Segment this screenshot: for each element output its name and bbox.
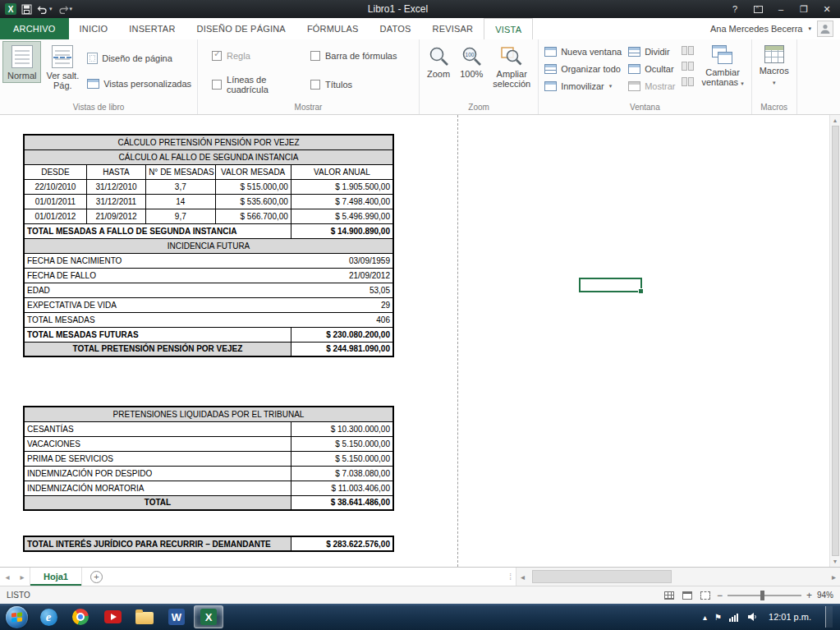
cell[interactable]: $ 38.641.486,00 bbox=[291, 495, 393, 510]
close-button[interactable]: ✕ bbox=[815, 0, 838, 18]
zoom-slider[interactable] bbox=[728, 595, 801, 596]
zoom-level[interactable]: 94% bbox=[817, 591, 833, 600]
clock[interactable]: 12:01 p.m. bbox=[765, 612, 815, 622]
gridlines-checkbox[interactable]: Líneas de cuadrícula bbox=[212, 75, 310, 94]
horizontal-scrollbar-thumb[interactable] bbox=[532, 570, 672, 583]
column-header[interactable]: DESDE bbox=[24, 164, 86, 179]
cell[interactable]: $ 14.900.890,00 bbox=[291, 223, 393, 238]
cell[interactable]: FECHA DE NACIMIENTO bbox=[24, 253, 291, 268]
cell[interactable]: TOTAL MESADAS A FALLO DE SEGUNDA INSTANC… bbox=[24, 223, 291, 238]
cell[interactable]: TOTAL MESADAS bbox=[24, 312, 291, 327]
zoom-100-button[interactable]: 100 100% bbox=[455, 41, 488, 81]
start-button[interactable] bbox=[6, 606, 28, 628]
zoom-out-button[interactable]: − bbox=[717, 590, 723, 601]
tab-inicio[interactable]: INICIO bbox=[69, 18, 119, 39]
cell[interactable]: FECHA DE FALLO bbox=[24, 268, 291, 283]
cell[interactable]: $ 7.038.080,00 bbox=[291, 466, 393, 481]
cell[interactable]: $ 244.981.090,00 bbox=[291, 342, 393, 356]
section-title[interactable]: INCIDENCIA FUTURA bbox=[24, 238, 393, 253]
tab-archivo[interactable]: ARCHIVO bbox=[0, 18, 69, 39]
taskbar-file-explorer-button[interactable] bbox=[130, 605, 159, 628]
vertical-scrollbar-thumb[interactable] bbox=[832, 126, 839, 556]
undo-button[interactable]: ▾ bbox=[37, 5, 53, 14]
tab-insertar[interactable]: INSERTAR bbox=[118, 18, 186, 39]
cell[interactable]: 01/01/2012 bbox=[24, 209, 86, 223]
cell[interactable]: TOTAL PRETENSIÓN PENSIÓN POR VEJEZ bbox=[24, 342, 291, 356]
scroll-up-icon[interactable]: ▴ bbox=[833, 117, 837, 124]
horizontal-scrollbar[interactable]: ◂ ▸ bbox=[516, 568, 840, 586]
cell[interactable]: TOTAL bbox=[24, 495, 291, 510]
cell[interactable]: EDAD bbox=[24, 283, 291, 297]
cell[interactable]: 29 bbox=[291, 297, 393, 312]
cell[interactable]: $ 5.150.000,00 bbox=[291, 451, 393, 466]
ribbon-display-options-button[interactable] bbox=[746, 0, 769, 18]
cell[interactable]: INDEMNIZACIÓN POR DESPIDO bbox=[24, 466, 291, 481]
cell[interactable]: 3,7 bbox=[146, 179, 215, 194]
show-hidden-icons-button[interactable]: ▴ bbox=[703, 613, 707, 622]
cell[interactable]: 31/12/2011 bbox=[86, 194, 145, 209]
save-button[interactable] bbox=[21, 4, 32, 15]
page-break-preview-button[interactable]: Ver salt. Pág. bbox=[41, 41, 84, 93]
zoom-button[interactable]: Zoom bbox=[422, 41, 455, 81]
formula-bar-checkbox[interactable]: Barra de fórmulas bbox=[310, 51, 434, 61]
cell[interactable]: 14 bbox=[146, 194, 215, 209]
cell[interactable]: $ 11.003.406,00 bbox=[291, 481, 393, 495]
help-button[interactable]: ? bbox=[723, 0, 746, 18]
reset-window-position-button[interactable] bbox=[680, 75, 695, 88]
network-icon[interactable] bbox=[729, 613, 740, 622]
scroll-right-icon[interactable]: ▸ bbox=[828, 573, 840, 582]
cell[interactable]: TOTAL INTERÉS JURÍDICO PARA RECURRIR – D… bbox=[24, 536, 291, 551]
taskbar-word-button[interactable]: W bbox=[162, 605, 191, 628]
restore-button[interactable]: ❐ bbox=[792, 0, 815, 18]
normal-view-button[interactable]: Normal bbox=[2, 41, 41, 83]
view-side-by-side-button[interactable] bbox=[680, 44, 695, 57]
normal-view-shortcut-button[interactable] bbox=[663, 590, 676, 601]
table-title[interactable]: PRETENSIONES LIQUIDADAS POR EL TRIBUNAL bbox=[24, 407, 393, 421]
cell[interactable]: EXPECTATIVA DE VIDA bbox=[24, 297, 291, 312]
horizontal-scrollbar-track[interactable] bbox=[529, 568, 828, 586]
scroll-left-icon[interactable]: ◂ bbox=[516, 573, 529, 582]
cell[interactable]: $ 283.622.576,00 bbox=[291, 536, 393, 551]
undo-caret-icon[interactable]: ▾ bbox=[49, 6, 53, 12]
cell[interactable]: 21/09/2012 bbox=[291, 268, 393, 283]
cell[interactable]: $ 230.080.200,00 bbox=[291, 327, 393, 342]
cell[interactable]: $ 5.496.990,00 bbox=[291, 209, 393, 223]
column-header[interactable]: VALOR MESADA bbox=[215, 164, 291, 179]
cell[interactable]: $ 1.905.500,00 bbox=[291, 179, 393, 194]
zoom-slider-thumb[interactable] bbox=[760, 591, 764, 600]
sheet-nav-left-icon[interactable]: ◂ bbox=[0, 568, 15, 586]
cell[interactable]: $ 515.000,00 bbox=[215, 179, 291, 194]
cell[interactable]: 01/01/2011 bbox=[24, 194, 86, 209]
cell[interactable]: INDEMNIZACIÓN MORATORIA bbox=[24, 481, 291, 495]
tab-formulas[interactable]: FÓRMULAS bbox=[296, 18, 370, 39]
page-layout-button[interactable]: Diseño de página bbox=[84, 49, 195, 67]
custom-views-button[interactable]: Vistas personalizadas bbox=[84, 75, 195, 92]
arrange-all-button[interactable]: Organizar todo bbox=[541, 60, 625, 77]
taskbar-chrome-button[interactable] bbox=[66, 605, 95, 628]
show-desktop-button[interactable] bbox=[825, 606, 833, 628]
new-window-button[interactable]: Nueva ventana bbox=[541, 43, 625, 60]
cell[interactable]: VACACIONES bbox=[24, 436, 291, 451]
freeze-panes-button[interactable]: Inmovilizar ▾ bbox=[541, 77, 625, 94]
column-header[interactable]: HASTA bbox=[86, 164, 145, 179]
switch-windows-button[interactable]: Cambiar ventanas ▾ bbox=[696, 41, 748, 91]
taskbar-excel-button[interactable]: X bbox=[194, 605, 223, 628]
page-layout-shortcut-button[interactable] bbox=[681, 590, 694, 601]
zoom-in-button[interactable]: + bbox=[806, 590, 812, 601]
cell[interactable]: 03/09/1959 bbox=[291, 253, 393, 268]
tab-diseno-de-pagina[interactable]: DISEÑO DE PÁGINA bbox=[186, 18, 296, 39]
ruler-checkbox[interactable]: ✓ Regla bbox=[212, 51, 310, 61]
cell[interactable]: $ 10.300.000,00 bbox=[291, 421, 393, 436]
cell[interactable]: 31/12/2010 bbox=[86, 179, 145, 194]
cell[interactable]: 406 bbox=[291, 312, 393, 327]
tab-revisar[interactable]: REVISAR bbox=[422, 18, 484, 39]
table-subtitle[interactable]: CÁLCULO AL FALLO DE SEGUNDA INSTANCIA bbox=[24, 149, 393, 164]
headings-checkbox[interactable]: Títulos bbox=[310, 75, 434, 94]
tab-datos[interactable]: DATOS bbox=[370, 18, 422, 39]
cell[interactable]: CESANTÍAS bbox=[24, 421, 291, 436]
zoom-to-selection-button[interactable]: Ampliar selección bbox=[488, 41, 535, 91]
column-header[interactable]: VALOR ANUAL bbox=[291, 164, 393, 179]
scroll-down-icon[interactable]: ▾ bbox=[833, 558, 837, 565]
page-break-shortcut-button[interactable] bbox=[699, 590, 712, 601]
worksheet[interactable]: CÁLCULO PRETENSIÓN PENSIÓN POR VEJEZ CÁL… bbox=[0, 115, 840, 567]
